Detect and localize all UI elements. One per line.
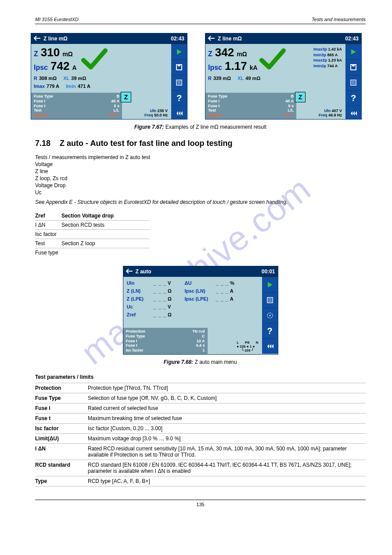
xl-value: 39 mΩ (71, 76, 86, 81)
run-button[interactable] (171, 44, 187, 59)
svg-marker-0 (177, 49, 182, 54)
intro-line: Tests / measurements implemented in Z au… (35, 154, 366, 160)
more-button[interactable] (345, 105, 361, 120)
screenshot-zline-right: Z line mΩ 02:43 ? Z342mΩ Ipsc1.17kA (205, 33, 362, 120)
section-num: 7.18 (35, 139, 50, 148)
ipsc-unit: kA (250, 64, 258, 71)
svg-marker-27 (272, 344, 273, 348)
more-button[interactable] (262, 338, 278, 354)
svg-point-26 (269, 315, 270, 316)
terminal-diagram: LPEN ● 226 ● 1 ● ╰ 226 ╯ (237, 341, 258, 352)
back-icon[interactable] (126, 268, 133, 275)
svg-marker-20 (268, 282, 273, 287)
save-button[interactable] (171, 59, 187, 75)
params-header: Test parameters / limits (35, 374, 94, 380)
uln-label: Uln (324, 109, 331, 113)
figure-num: Figure 7.68: (164, 359, 193, 365)
check-icon (81, 48, 108, 71)
svg-marker-29 (267, 344, 269, 348)
intro-line: Voltage (35, 161, 366, 167)
target-button[interactable] (262, 308, 278, 323)
imin-value: 471 A (78, 83, 90, 89)
r-value: 339 mΩ (213, 76, 231, 81)
figure-num: Figure 7.67: (134, 124, 164, 130)
svg-marker-28 (270, 344, 271, 348)
clock: 02:43 (171, 36, 184, 42)
uln-value: 235 V (157, 109, 168, 113)
z-unit: mΩ (237, 51, 247, 58)
screenshot-zauto: Z auto 00:01 ? Uln _ _ _ V ΔU _ _ _ % Z … (123, 266, 278, 355)
check-icon (259, 48, 286, 71)
run-button[interactable] (262, 277, 278, 292)
figure-text: Examples of Z line mΩ measurement result (165, 124, 266, 130)
help-button[interactable]: ? (262, 323, 278, 338)
svg-rect-2 (178, 65, 180, 66)
svg-marker-19 (351, 111, 352, 116)
svg-marker-9 (176, 111, 178, 116)
fuse-panel: Fuse TypeB Fuse I40 A Fuse t5 s TestL/L … (31, 93, 122, 119)
run-button[interactable] (345, 44, 361, 59)
freq-label: Freq (144, 113, 153, 117)
freq-value: 50.0 Hz (154, 113, 168, 117)
imax-value: 779 A (47, 83, 59, 89)
page-number: 135 (35, 502, 366, 507)
clock: 02:43 (345, 36, 359, 42)
back-icon[interactable] (208, 36, 215, 42)
list-button[interactable] (171, 75, 187, 90)
ref-table: ZrefSection Voltage drop I ΔNSection RCD… (35, 211, 149, 257)
intro-line: Z line (35, 168, 366, 174)
figure-text: Z auto main menu (194, 359, 237, 365)
z-value: 342 (215, 46, 234, 59)
imin-label: Imin (66, 83, 76, 89)
hint-text: See Appendix E - Structure objects in Eu… (35, 199, 366, 205)
uln-label: Uln (150, 109, 156, 113)
intro-line: Z loop, Zs rcd (35, 175, 366, 181)
intro-line: Uc (35, 189, 366, 196)
uln-label: Uln (127, 280, 151, 286)
freq-label: Freq (319, 113, 327, 117)
svg-marker-7 (181, 111, 183, 116)
z-label: Z (34, 50, 38, 58)
ipscln-label: Ipsc (LN) (185, 288, 213, 294)
uln-value: 407 V (331, 109, 342, 113)
intro-line: Voltage Drop (35, 182, 366, 189)
param-table: ProtectionProtection type [TNrcd, TN, TT… (35, 383, 366, 486)
zln-label: Z (LN) (127, 288, 151, 294)
doc-header-right: Tests and measurements (312, 17, 366, 22)
doc-header-left: MI 3155 EurotestXD (35, 17, 79, 22)
more-button[interactable] (171, 105, 187, 120)
zlpe-label: Z (LPE) (127, 296, 151, 301)
svg-marker-8 (179, 111, 180, 116)
help-button[interactable]: ? (171, 90, 187, 105)
ipsc-value: 1.17 (225, 59, 247, 73)
r-value: 308 mΩ (39, 76, 57, 81)
xl-label: XL (237, 76, 244, 81)
ipsc-label: Ipsc (208, 64, 222, 72)
xl-value: 49 mΩ (245, 76, 260, 81)
list-button[interactable] (345, 75, 361, 90)
list-button[interactable] (262, 292, 278, 308)
back-icon[interactable] (34, 36, 41, 42)
z-unit: mΩ (62, 51, 73, 58)
r-label: R (34, 76, 37, 81)
ipsclpe-label: Ipsc (LPE) (185, 296, 213, 301)
z-badge[interactable]: Z (295, 92, 306, 102)
fuse-panel: Fuse TypeB Fuse I40 A Fuse t5 s TestL/L … (205, 93, 296, 119)
du-label: ΔU (185, 280, 213, 286)
screen-title: Z line mΩ (218, 36, 242, 42)
side-values: Imax3p 1.42 kA Imin3p 865 A Imax2p 1.23 … (313, 47, 342, 69)
section-title: Z auto - Auto test for fast line and loo… (60, 139, 232, 148)
z-badge[interactable]: Z (121, 92, 131, 102)
save-button[interactable] (345, 59, 361, 75)
svg-marker-17 (355, 111, 357, 116)
svg-marker-18 (353, 111, 355, 116)
imax-label: Imax (34, 83, 45, 89)
r-label: R (208, 76, 212, 81)
svg-rect-12 (352, 65, 355, 66)
ipsc-label: Ipsc (34, 64, 48, 72)
z-value: 310 (41, 46, 60, 59)
ipsc-value: 742 (50, 59, 69, 73)
screenshot-zline-left: Z line mΩ 02:43 ? Z310mΩ Ipsc742A (31, 33, 187, 120)
help-button[interactable]: ? (345, 90, 361, 105)
fuse-panel: ProtectionTN rcd Fuse TypeC Fuse I10 A F… (123, 328, 208, 354)
